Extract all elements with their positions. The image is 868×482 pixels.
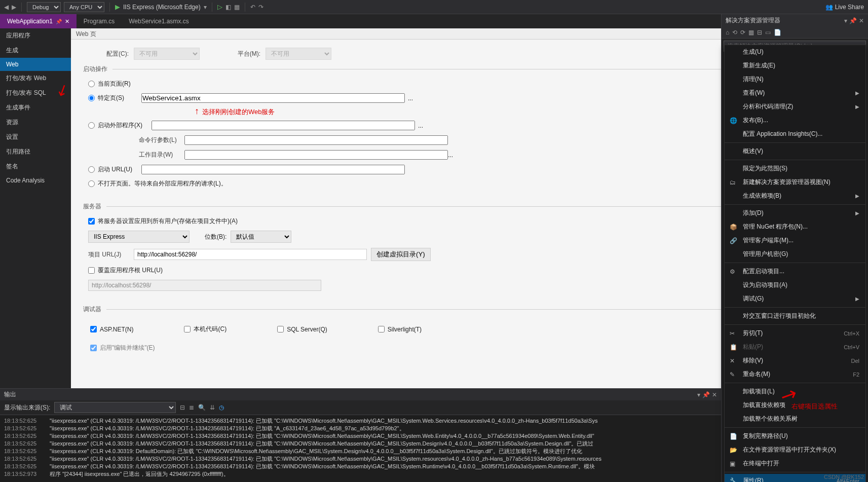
sync-icon[interactable]: ⟲: [732, 29, 737, 36]
cmdline-args-input[interactable]: [184, 135, 448, 145]
viewcode-icon[interactable]: 📄: [774, 29, 781, 36]
tab-program-cs[interactable]: Program.cs: [77, 14, 122, 28]
nav-item--[interactable]: 生成: [0, 43, 71, 58]
nav-item--[interactable]: 引用路径: [0, 144, 71, 159]
menu-item[interactable]: 调试(G)▶: [725, 292, 865, 306]
properties-icon[interactable]: ▭: [765, 29, 771, 36]
menu-item[interactable]: ✎重命名(M)F2: [725, 367, 865, 381]
menu-item[interactable]: 管理用户机密(G): [725, 247, 865, 261]
pin-icon[interactable]: ▾: [844, 17, 847, 24]
start-noDebug-icon[interactable]: ▷: [217, 3, 222, 11]
menu-item[interactable]: ▣在终端中打开: [725, 457, 865, 470]
menu-item[interactable]: ✕移除(V)Del: [725, 354, 865, 367]
menu-item[interactable]: ✂剪切(T)Ctrl+X: [725, 326, 865, 340]
pin-icon[interactable]: 📌: [56, 19, 62, 24]
showall-icon[interactable]: ▦: [748, 29, 754, 36]
chk-override-root[interactable]: [88, 267, 95, 274]
radio-specific-page[interactable]: [88, 95, 95, 101]
redo-icon[interactable]: ↷: [258, 4, 263, 11]
collapse-icon[interactable]: ⊟: [757, 29, 762, 36]
nav-item--[interactable]: 生成事件: [0, 100, 71, 115]
workdir-browse-button[interactable]: ...: [448, 152, 453, 159]
chk-native[interactable]: [184, 326, 191, 332]
config-dropdown[interactable]: Debug: [27, 2, 61, 12]
nav-item--[interactable]: 签名: [0, 159, 71, 174]
menu-item[interactable]: 配置 Application Insights(C)...: [725, 127, 865, 141]
external-program-browse-button[interactable]: ...: [418, 122, 423, 129]
chk-edit-continue[interactable]: [90, 345, 97, 351]
workdir-input[interactable]: [184, 150, 448, 160]
output-source-select[interactable]: 调试: [54, 402, 176, 413]
menu-item[interactable]: 🗂新建解决方案资源管理器视图(N): [725, 175, 865, 189]
create-vdir-button[interactable]: 创建虚拟目录(Y): [371, 248, 431, 261]
menu-item[interactable]: 📦管理 NuGet 程序包(N)...: [725, 220, 865, 234]
menu-item[interactable]: 分析和代码清理(Z)▶: [725, 100, 865, 114]
menu-item[interactable]: 生成依赖项(B)▶: [725, 189, 865, 203]
play-icon[interactable]: ▶: [115, 3, 120, 11]
menu-item[interactable]: 📂在文件资源管理器中打开文件夹(X): [725, 443, 865, 457]
specific-page-input[interactable]: [141, 93, 405, 103]
menu-item[interactable]: 概述(V): [725, 144, 865, 158]
specific-page-browse-button[interactable]: ...: [408, 95, 413, 102]
refresh-icon[interactable]: ⟳: [740, 29, 745, 36]
menu-item-label: 重新生成(E): [743, 61, 775, 70]
output-pin-icon[interactable]: 📌: [702, 391, 710, 398]
live-share-button[interactable]: 👥 Live Share: [825, 4, 864, 11]
output-wrap-icon[interactable]: ≣: [189, 404, 194, 411]
output-clear-icon[interactable]: ⊟: [180, 404, 185, 411]
menu-item[interactable]: 设为启动项目(A): [725, 278, 865, 292]
undo-icon[interactable]: ↶: [250, 4, 255, 11]
chk-sql[interactable]: [277, 326, 284, 332]
nav-fwd-icon[interactable]: ▶: [12, 4, 16, 11]
menu-item[interactable]: 🔗管理客户端库(M)...: [725, 234, 865, 247]
menu-item[interactable]: 查看(W)▶: [725, 86, 865, 100]
tab-webapplication1[interactable]: WebApplication1📌✕: [0, 14, 77, 28]
menu-item[interactable]: 📄复制完整路径(U): [725, 429, 865, 443]
close-icon[interactable]: ✕: [65, 18, 69, 25]
nav-item-web[interactable]: Web: [0, 58, 71, 71]
server-type-select[interactable]: IIS Express: [88, 231, 190, 243]
bitness-select[interactable]: 默认值: [231, 231, 291, 243]
menu-item[interactable]: 生成(U): [725, 45, 865, 59]
menu-item[interactable]: 对交互窗口进行项目初始化: [725, 309, 865, 323]
chk-apply-all-users[interactable]: [88, 218, 95, 225]
radio-external-program[interactable]: [88, 122, 95, 129]
nav-item--[interactable]: 应用程序: [0, 28, 71, 43]
output-autoscroll-icon[interactable]: ⇊: [210, 404, 215, 411]
menu-item[interactable]: 加载整个依赖关系树: [725, 412, 865, 426]
output-find-icon[interactable]: 🔍: [198, 404, 206, 411]
menu-item[interactable]: ⚙配置启动项目...: [725, 265, 865, 278]
autohide-icon[interactable]: 📌: [849, 17, 857, 24]
menu-item[interactable]: 清理(N): [725, 72, 865, 86]
nav-item-code-analysis[interactable]: Code Analysis: [0, 174, 71, 187]
start-url-input[interactable]: [141, 165, 405, 174]
home-icon[interactable]: ⌂: [726, 29, 729, 36]
platform-dropdown[interactable]: Any CPU: [64, 2, 104, 12]
nav-back-icon[interactable]: ◀: [4, 4, 9, 11]
chk-aspnet[interactable]: [90, 326, 97, 332]
project-url-input[interactable]: [134, 249, 367, 260]
chk-silverlight[interactable]: [378, 326, 385, 332]
run-target[interactable]: IIS Express (Microsoft Edge): [123, 4, 201, 11]
menu-item[interactable]: 重新生成(E): [725, 59, 865, 72]
radio-no-open[interactable]: [88, 180, 95, 187]
radio-current-page[interactable]: [88, 81, 95, 87]
toolbar-icon-1[interactable]: ◧: [225, 4, 231, 11]
menu-item[interactable]: 添加(D)▶: [725, 206, 865, 220]
menu-item[interactable]: 🌐发布(B)...: [725, 114, 865, 127]
menu-item[interactable]: 限定为此范围(S): [725, 162, 865, 175]
nav-item--web[interactable]: 打包/发布 Web: [0, 71, 71, 86]
nav-item--[interactable]: 设置: [0, 130, 71, 144]
run-target-dropdown-icon[interactable]: ▾: [204, 4, 207, 11]
radio-start-url[interactable]: [88, 166, 95, 173]
nav-item--sql[interactable]: 打包/发布 SQL: [0, 86, 71, 100]
close-icon[interactable]: ✕: [859, 17, 864, 24]
output-timestamp-icon[interactable]: ◷: [219, 404, 224, 411]
tab-webservice1-asmx-cs[interactable]: WebService1.asmx.cs: [122, 14, 196, 28]
nav-item--[interactable]: 资源: [0, 115, 71, 130]
output-close-icon[interactable]: ✕: [712, 391, 717, 398]
toolbar-icon-2[interactable]: ▦: [234, 4, 240, 11]
menu-item[interactable]: 卸载项目(L): [725, 385, 865, 398]
output-dropdown-icon[interactable]: ▾: [697, 391, 700, 398]
external-program-input[interactable]: [152, 121, 415, 130]
